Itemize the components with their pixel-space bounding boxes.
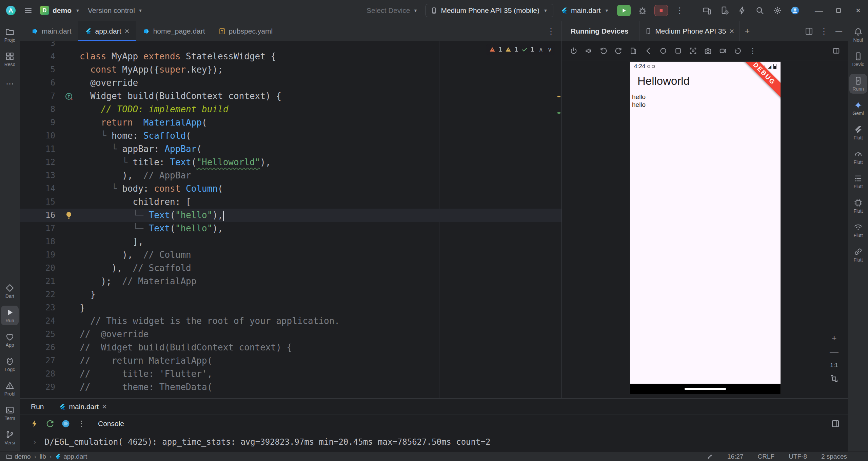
prev-issue-icon[interactable]: ∧: [539, 46, 543, 53]
code-line-26[interactable]: 26// Widget build(BuildContext context) …: [20, 341, 561, 354]
user-avatar[interactable]: [791, 6, 800, 15]
toolwindow-gemini[interactable]: Gemi: [849, 98, 867, 118]
code-line-10[interactable]: 10 └ home: Scaffold(: [20, 129, 561, 142]
toolwindow-dart-analysis[interactable]: Dart: [1, 281, 19, 301]
code-line-11[interactable]: 11 └ appBar: AppBar(: [20, 142, 561, 156]
file-encoding[interactable]: UTF-8: [789, 453, 807, 460]
device-selector[interactable]: Medium Phone API 35 (mobile) ▾: [426, 4, 553, 17]
toolwindow-more-tool-windows[interactable]: ⋯: [1, 74, 19, 94]
layout-icon[interactable]: [831, 419, 840, 428]
search-icon[interactable]: [755, 6, 764, 15]
toolwindow-project[interactable]: Proje: [1, 25, 19, 45]
fold-icon[interactable]: ›: [32, 437, 37, 447]
code-line-5[interactable]: 5 const MyApp({super.key});: [20, 63, 561, 76]
code-line-22[interactable]: 22 }: [20, 288, 561, 301]
rotate-right-icon[interactable]: [612, 44, 625, 57]
code-line-25[interactable]: 25// @override: [20, 328, 561, 341]
fit-screen-icon[interactable]: [830, 374, 839, 383]
zoom-level[interactable]: 1:1: [830, 362, 838, 369]
toolwindow-notifications[interactable]: Notif: [849, 25, 867, 45]
cursor-position[interactable]: 16:27: [727, 453, 744, 460]
code-line-24[interactable]: 24 // This widget is the root of your ap…: [20, 314, 561, 328]
snapshot-icon[interactable]: [731, 44, 744, 57]
code-line-15[interactable]: 15 children: [: [20, 195, 561, 209]
intention-bulb-icon[interactable]: [64, 211, 73, 220]
hide-panel-icon[interactable]: —: [834, 27, 843, 36]
zoom-out-button[interactable]: —: [830, 348, 839, 357]
run-tab-main-dart[interactable]: main.dart ×: [59, 399, 107, 415]
toolwindow-flutter-performance[interactable]: Flutt: [849, 147, 867, 167]
editor-tab-app-dart[interactable]: app.dart×: [78, 21, 136, 41]
scrollbar-stripe[interactable]: [556, 41, 561, 398]
toolwindow-flutter-outline[interactable]: Flutt: [849, 172, 867, 191]
emulator-screen[interactable]: 4:24 3G ↕ ◢: [630, 62, 781, 394]
breadcrumb-demo[interactable]: demo: [6, 453, 31, 460]
console-tab[interactable]: Console: [98, 420, 124, 428]
stop-button[interactable]: [654, 5, 668, 16]
toolwindow-running-devices[interactable]: Runn: [849, 74, 867, 94]
pen-icon[interactable]: [707, 454, 713, 460]
code-line-21[interactable]: 21 ); // MaterialApp: [20, 275, 561, 288]
device-settings-icon[interactable]: [720, 6, 729, 15]
override-gutter-icon[interactable]: [64, 92, 73, 101]
more-icon[interactable]: ⋮: [746, 44, 759, 57]
record-icon[interactable]: [716, 44, 729, 57]
breadcrumb-lib[interactable]: lib: [40, 453, 46, 460]
editor-tab-home_page-dart[interactable]: home_page.dart: [136, 21, 212, 41]
code-line-9[interactable]: 9 return MaterialApp(: [20, 116, 561, 129]
code-line-14[interactable]: 14 └ body: const Column(: [20, 182, 561, 195]
warning-mark[interactable]: [557, 96, 560, 97]
toolwindow-app-quality-insights[interactable]: App: [1, 330, 19, 350]
home-icon[interactable]: [657, 44, 670, 57]
display-mode-icon[interactable]: [830, 44, 843, 57]
code-line-19[interactable]: 19 ), // Column: [20, 248, 561, 262]
toolwindow-terminal[interactable]: Term: [1, 403, 19, 423]
code-line-13[interactable]: 13 ), // AppBar: [20, 169, 561, 182]
code-line-7[interactable]: 7 Widget build(BuildContext context) {: [20, 90, 561, 103]
editor-tab-main-dart[interactable]: main.dart: [25, 21, 78, 41]
device-mirror-icon[interactable]: [703, 6, 711, 15]
fold-icon[interactable]: [627, 44, 640, 57]
code-line-16[interactable]: 16 └─ Text("hello"),: [20, 209, 561, 222]
zoom-in-button[interactable]: +: [831, 333, 836, 342]
debug-button[interactable]: [638, 6, 647, 15]
tab-options-icon[interactable]: ⋮: [547, 27, 555, 36]
close-tab-icon[interactable]: ×: [125, 27, 130, 35]
toolwindow-flutter-inspector[interactable]: Flutt: [849, 123, 867, 142]
code-line-17[interactable]: 17 └─ Text("hello"),: [20, 222, 561, 235]
code-editor[interactable]: 34class MyApp extends StatelessWidget {5…: [20, 41, 561, 398]
panel-options-icon[interactable]: ⋮: [820, 27, 828, 36]
toolwindow-problems[interactable]: Probl: [1, 379, 19, 399]
add-device-tab-icon[interactable]: +: [745, 26, 750, 36]
string-mark[interactable]: [557, 112, 560, 114]
close-button[interactable]: ×: [848, 0, 868, 21]
toolwindow-version-control[interactable]: Versi: [1, 428, 19, 447]
run-configuration[interactable]: main.dart ▾: [561, 6, 610, 15]
run-button[interactable]: [617, 5, 631, 16]
indent-style[interactable]: 2 spaces: [821, 453, 847, 460]
code-line-23[interactable]: 23}: [20, 301, 561, 314]
line-separator[interactable]: CRLF: [758, 453, 775, 460]
minimize-button[interactable]: —: [809, 0, 829, 21]
inspections-widget[interactable]: 1 1 1 ∧ ∨: [486, 44, 555, 55]
screenshot-icon[interactable]: [687, 44, 699, 57]
camera-icon[interactable]: [702, 44, 714, 57]
code-line-3[interactable]: 3: [20, 41, 561, 50]
console-output[interactable]: › D/EGL_emulation( 4625): app_time_stats…: [20, 433, 848, 452]
project-selector[interactable]: D demo ▾: [40, 6, 80, 15]
settings-icon[interactable]: [773, 6, 782, 15]
next-issue-icon[interactable]: ∨: [548, 46, 552, 53]
rotate-left-icon[interactable]: [597, 44, 610, 57]
more-actions-icon[interactable]: ⋮: [675, 6, 684, 15]
toolwindow-flutter-deep-links[interactable]: Flutt: [849, 245, 867, 265]
code-line-27[interactable]: 27// return MaterialApp(: [20, 354, 561, 367]
hot-restart-icon[interactable]: [46, 419, 55, 428]
main-menu-icon[interactable]: [24, 6, 33, 15]
editor-tab-pubspec-yaml[interactable]: pubspec.yaml: [212, 21, 280, 41]
close-tab-icon[interactable]: ×: [729, 27, 734, 35]
close-tab-icon[interactable]: ×: [102, 403, 107, 411]
code-line-18[interactable]: 18 ],: [20, 235, 561, 248]
select-device-dropdown[interactable]: Select Device ▾: [367, 6, 418, 15]
device-tab[interactable]: Medium Phone API 35 ×: [639, 21, 740, 41]
hot-reload-icon[interactable]: [30, 419, 39, 428]
